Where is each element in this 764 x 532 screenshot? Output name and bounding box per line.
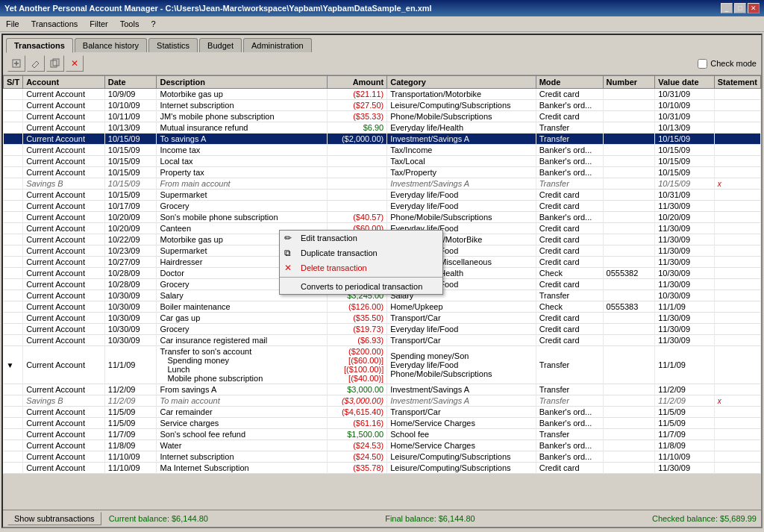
cell-category: Tax/Property — [387, 167, 536, 178]
cell-st — [4, 395, 23, 407]
cell-number — [603, 395, 655, 407]
cell-st — [4, 418, 23, 429]
close-button[interactable]: ✕ — [748, 3, 760, 13]
cell-number — [603, 212, 655, 223]
cell-number — [603, 111, 655, 122]
table-row[interactable]: Current Account 10/10/09 Internet subscr… — [4, 100, 761, 111]
maximize-button[interactable]: □ — [734, 3, 746, 13]
add-transaction-button[interactable] — [7, 55, 25, 72]
cell-account: Current Account — [23, 212, 105, 223]
table-row[interactable]: ▼ Current Account 11/1/09 Transfer to so… — [4, 346, 761, 384]
cell-account: Current Account — [23, 156, 105, 167]
context-delete[interactable]: ✕ Delete transaction — [280, 260, 442, 275]
cell-mode: Banker's ord... — [536, 451, 603, 463]
table-row[interactable]: Current Account 10/13/09 Mutual insuranc… — [4, 122, 761, 134]
cell-desc: Car remainder — [157, 407, 328, 418]
cell-date: 10/13/09 — [104, 122, 157, 134]
menu-file[interactable]: File — [3, 18, 22, 30]
cell-amount: $3,000.00 — [328, 384, 387, 395]
table-row[interactable]: Current Account 10/15/09 Income tax Tax/… — [4, 145, 761, 156]
cell-number — [603, 418, 655, 429]
table-row[interactable]: Savings B 11/2/09 To main account ($3,00… — [4, 395, 761, 407]
table-row[interactable]: Current Account 10/15/09 Local tax Tax/L… — [4, 156, 761, 167]
cell-st — [4, 451, 23, 463]
minimize-button[interactable]: _ — [721, 3, 733, 13]
menu-transactions[interactable]: Transactions — [28, 18, 81, 30]
table-row[interactable]: Current Account 10/9/09 Motorbike gas up… — [4, 89, 761, 100]
cell-date: 10/15/09 — [104, 178, 157, 190]
table-row[interactable]: Current Account 10/20/09 Son's mobile ph… — [4, 212, 761, 223]
menu-tools[interactable]: Tools — [117, 18, 143, 30]
table-row[interactable]: Current Account 11/8/09 Water ($24.53) H… — [4, 440, 761, 451]
cell-valuedate: 10/15/09 — [655, 156, 715, 167]
cell-st — [4, 384, 23, 395]
table-row[interactable]: Current Account 10/17/09 Grocery Everyda… — [4, 201, 761, 212]
cell-number — [603, 346, 655, 384]
cell-number — [603, 335, 655, 346]
cell-amount — [328, 156, 387, 167]
duplicate-button[interactable] — [46, 55, 64, 72]
cell-statement — [714, 384, 760, 395]
cell-date: 10/15/09 — [104, 134, 157, 145]
cell-desc: Son's school fee refund — [157, 429, 328, 440]
table-row[interactable]: Savings B 10/15/09 From main account Inv… — [4, 178, 761, 190]
table-row[interactable]: Current Account 10/30/09 Grocery ($19.73… — [4, 324, 761, 335]
table-row[interactable]: Current Account 10/15/09 To savings A ($… — [4, 134, 761, 145]
cell-number — [603, 407, 655, 418]
check-mode-checkbox[interactable] — [698, 59, 707, 69]
cell-account: Current Account — [23, 190, 105, 201]
tab-statistics[interactable]: Statistics — [148, 38, 198, 52]
cell-desc: Motorbike gas up — [157, 89, 328, 100]
cell-amount: ($6.93) — [328, 335, 387, 346]
cell-mode: Check — [536, 268, 603, 279]
table-row[interactable]: Current Account 10/15/09 Property tax Ta… — [4, 167, 761, 178]
cell-mode: Banker's ord... — [536, 100, 603, 111]
delete-button[interactable]: ✕ — [66, 55, 84, 72]
cell-number — [603, 257, 655, 268]
table-row[interactable]: Current Account 10/15/09 Supermarket Eve… — [4, 190, 761, 201]
table-row[interactable]: Current Account 11/10/09 Ma Internet Sub… — [4, 463, 761, 474]
table-row[interactable]: Current Account 11/2/09 From savings A $… — [4, 384, 761, 395]
table-row[interactable]: Current Account 10/30/09 Car insurance r… — [4, 335, 761, 346]
menu-help[interactable]: ? — [148, 18, 158, 30]
cell-number — [603, 178, 655, 190]
duplicate-icon: ⧉ — [284, 248, 291, 258]
table-row[interactable]: Current Account 10/30/09 Car gas up ($35… — [4, 313, 761, 324]
cell-account: Current Account — [23, 418, 105, 429]
cell-amount: ($24.50) — [328, 451, 387, 463]
cell-amount: ($61.16) — [328, 418, 387, 429]
cell-desc: Mutual insurance refund — [157, 122, 328, 134]
cell-mode: Transfer — [536, 395, 603, 407]
cell-st — [4, 89, 23, 100]
main-window: Transactions Balance history Statistics … — [1, 34, 763, 528]
menu-filter[interactable]: Filter — [87, 18, 110, 30]
cell-st — [4, 201, 23, 212]
tab-administration[interactable]: Administration — [243, 38, 312, 52]
table-row[interactable]: Current Account 11/7/09 Son's school fee… — [4, 429, 761, 440]
tab-balance-history[interactable]: Balance history — [75, 38, 147, 52]
cell-statement — [714, 407, 760, 418]
cell-st — [4, 440, 23, 451]
edit-icon: ✏ — [284, 233, 292, 243]
show-subtransactions-button[interactable]: Show subtransactions — [7, 512, 101, 525]
cell-amount — [328, 190, 387, 201]
table-row[interactable]: Current Account 10/11/09 JM's mobile pho… — [4, 111, 761, 122]
check-mode-area: Check mode — [698, 59, 757, 69]
cell-valuedate: 10/15/09 — [655, 145, 715, 156]
context-edit[interactable]: ✏ Edit transaction — [280, 231, 442, 245]
context-duplicate[interactable]: ⧉ Duplicate transaction — [280, 245, 442, 260]
tab-transactions[interactable]: Transactions — [6, 38, 73, 53]
table-row[interactable]: Current Account 11/5/09 Car remainder ($… — [4, 407, 761, 418]
tab-budget[interactable]: Budget — [199, 38, 242, 52]
header-mode: Mode — [536, 76, 603, 89]
cell-number — [603, 440, 655, 451]
table-row[interactable]: Current Account 11/5/09 Service charges … — [4, 418, 761, 429]
table-row[interactable]: Current Account 10/30/09 Boiler maintena… — [4, 301, 761, 313]
cell-account: Savings B — [23, 178, 105, 190]
cell-statement: x — [714, 178, 760, 190]
cell-mode: Credit card — [536, 245, 603, 257]
edit-transaction-button[interactable] — [27, 55, 45, 72]
table-row[interactable]: Current Account 11/10/09 Internet subscr… — [4, 451, 761, 463]
header-statement: Statement — [714, 76, 760, 89]
context-periodical[interactable]: Converts to periodical transaction — [280, 279, 442, 294]
